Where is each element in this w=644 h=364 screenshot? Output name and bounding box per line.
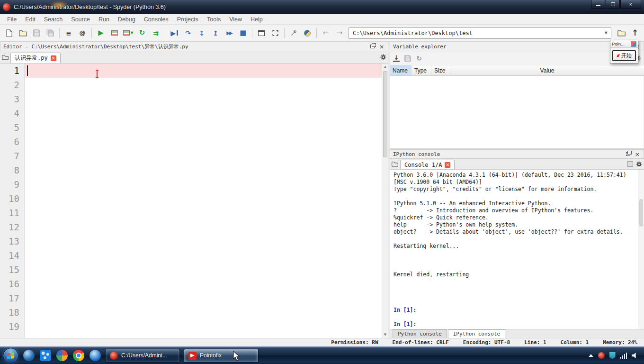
tray-volume-icon[interactable] — [632, 353, 638, 359]
tab-python-console[interactable]: Python console — [393, 329, 447, 338]
tray-network-icon[interactable] — [620, 352, 627, 359]
menu-item-projects[interactable]: Projects — [173, 16, 203, 23]
console-output[interactable]: Python 3.6.0 |Anaconda 4.3.1 (64-bit)| (… — [390, 170, 644, 329]
forward-button[interactable]: → — [333, 27, 346, 40]
fullscreen-button[interactable] — [268, 27, 282, 40]
parent-directory-button[interactable]: ↑ — [628, 27, 642, 40]
continue-button[interactable]: ▶▶ — [223, 27, 236, 40]
pointofix-titlebar-icon[interactable] — [631, 41, 636, 47]
combo-dropdown-icon[interactable]: ▼ — [603, 28, 609, 38]
console-browse-tabs-button[interactable] — [392, 161, 398, 167]
pointofix-window[interactable]: Poin... 开始 — [610, 40, 638, 64]
menu-item-edit[interactable]: Edit — [21, 16, 40, 23]
console-scrollbar-thumb[interactable] — [639, 199, 643, 227]
quick-launch-browser-button[interactable] — [22, 349, 35, 362]
save-all-button[interactable] — [44, 27, 57, 40]
menu-item-source[interactable]: Source — [67, 16, 94, 23]
step-over-button[interactable]: ↷ — [181, 27, 195, 40]
quick-launch-chrome-button[interactable] — [72, 349, 85, 362]
menu-item-run[interactable]: Run — [94, 16, 114, 23]
tab-ipython-console[interactable]: IPython console — [448, 329, 505, 338]
run-cell-advance-button[interactable]: ▼ — [122, 27, 135, 40]
back-button[interactable]: ← — [319, 27, 332, 40]
refresh-button[interactable]: ↻ — [416, 55, 422, 62]
working-directory-combo[interactable]: C:\Users\Administrator\Desktop\test ▼ — [349, 27, 611, 39]
column-header-type[interactable]: Type — [411, 65, 431, 75]
file-switcher-button[interactable]: ≡ — [62, 27, 75, 40]
symbol-finder-button[interactable]: @ — [76, 27, 89, 40]
scroll-down-button[interactable]: ▼ — [382, 331, 388, 338]
taskbar-item-spyder[interactable]: C:/Users/Admini... — [105, 349, 180, 363]
variable-table-body[interactable] — [390, 76, 644, 148]
editor-tab[interactable]: 认识异常.py × — [10, 53, 61, 63]
minimize-button[interactable] — [591, 0, 605, 9]
pointofix-title-bar[interactable]: Poin... — [610, 40, 638, 48]
browse-tabs-button[interactable] — [2, 54, 9, 61]
run-cell-button[interactable] — [108, 27, 121, 40]
import-data-button[interactable]: ↓ — [393, 55, 400, 62]
code-area[interactable] — [25, 64, 382, 338]
editor-scrollbar-thumb[interactable] — [383, 71, 387, 157]
close-button[interactable]: × — [620, 0, 641, 9]
step-into-button[interactable]: ↧ — [195, 27, 208, 40]
debug-button[interactable]: ▶ — [168, 27, 181, 40]
new-file-button[interactable] — [2, 27, 16, 40]
console-inspect-button[interactable] — [627, 161, 634, 167]
python-path-button[interactable] — [301, 27, 314, 40]
browse-folder-icon — [617, 30, 626, 36]
stop-icon: ■ — [240, 29, 246, 36]
quick-launch-blue-browser-button[interactable] — [89, 349, 101, 362]
menu-item-help[interactable]: Help — [246, 16, 267, 23]
scroll-up-button[interactable]: ▲ — [382, 64, 388, 70]
menu-item-file[interactable]: File — [3, 16, 21, 23]
menu-item-debug[interactable]: Debug — [114, 16, 140, 23]
editor-options-button[interactable] — [380, 54, 386, 61]
pointofix-start-button[interactable]: 开始 — [612, 50, 636, 61]
save-button[interactable] — [30, 27, 43, 40]
editor-body[interactable]: 12345678910111213141516171819 ▲ ▼ — [0, 64, 388, 338]
console-line — [394, 285, 644, 292]
back-arrow-icon: ← — [323, 29, 329, 36]
editor-scrollbar[interactable]: ▲ ▼ — [382, 64, 388, 338]
menu-item-view[interactable]: View — [225, 16, 246, 23]
maximize-button[interactable] — [606, 0, 620, 9]
stop-debug-button[interactable]: ■ — [236, 27, 250, 40]
console-line — [394, 314, 644, 321]
tray-red-badge-icon[interactable] — [598, 352, 605, 359]
save-data-button[interactable] — [404, 55, 411, 62]
tab-close-button[interactable]: × — [51, 55, 56, 61]
python-logo-icon — [304, 30, 311, 36]
debug-icon: ▶ — [170, 30, 176, 36]
editor-close-button[interactable]: × — [378, 43, 385, 50]
menu-item-tools[interactable]: Tools — [203, 16, 225, 23]
open-file-button[interactable] — [16, 27, 29, 40]
start-button[interactable] — [3, 348, 18, 364]
menu-item-search[interactable]: Search — [40, 16, 67, 23]
browse-directory-button[interactable] — [615, 27, 628, 40]
console-options-button[interactable] — [635, 161, 642, 167]
console-tab[interactable]: Console 1/A × — [400, 160, 455, 169]
step-return-button[interactable]: ↥ — [209, 27, 222, 40]
column-header-value[interactable]: Value — [450, 65, 644, 75]
menu-item-consoles[interactable]: Consoles — [140, 16, 173, 23]
tray-shield-icon[interactable] — [609, 352, 616, 359]
column-header-size[interactable]: Size — [431, 65, 450, 75]
console-tab-bar: Console 1/A × — [390, 159, 644, 170]
run-button[interactable]: ▶ — [94, 27, 107, 40]
column-header-name[interactable]: Name — [390, 65, 411, 75]
quick-launch-app-button[interactable] — [39, 349, 52, 362]
run-selection-button[interactable]: ⇉ — [149, 27, 162, 40]
console-tab-close-button[interactable]: × — [445, 162, 450, 168]
title-bar[interactable]: C:/Users/Administrator/Desktop/test - Sp… — [0, 0, 644, 14]
console-close-button[interactable]: × — [634, 151, 641, 157]
rerun-cell-button[interactable]: ↻ — [135, 27, 149, 40]
quick-launch-pinwheel-button[interactable] — [55, 349, 68, 362]
console-undock-button[interactable] — [625, 151, 631, 157]
editor-undock-button[interactable] — [369, 43, 376, 50]
tools-button[interactable] — [287, 27, 300, 40]
maximize-pane-icon — [258, 30, 265, 36]
show-hidden-icons-button[interactable] — [589, 354, 593, 357]
taskbar-item-pointofix[interactable]: Pointofix — [184, 349, 259, 363]
maximize-pane-button[interactable] — [255, 27, 268, 40]
console-scrollbar[interactable] — [638, 170, 644, 329]
